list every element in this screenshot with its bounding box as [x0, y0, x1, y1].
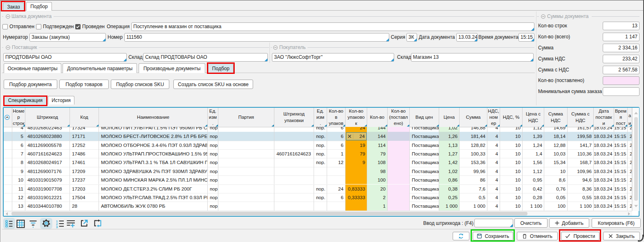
- svg-text:3: 3: [56, 225, 58, 229]
